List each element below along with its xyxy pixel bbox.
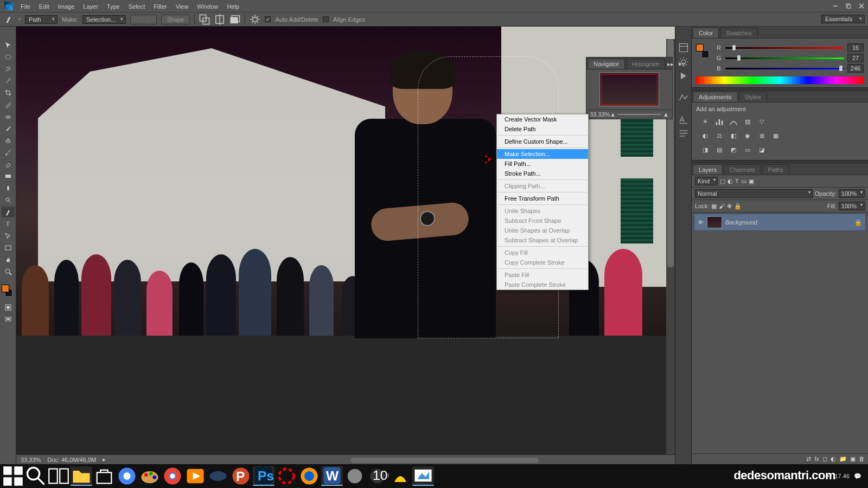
layer-name[interactable]: Background [725,219,851,226]
menu-help[interactable]: Help [222,2,244,11]
r-value[interactable]: 16 [847,43,864,52]
filter-shape-icon[interactable]: ▭ [741,178,746,185]
horizontal-scrollbar[interactable] [136,457,673,464]
tab-channels[interactable]: Channels [724,164,761,175]
color-spectrum[interactable] [696,76,864,84]
panel-dock-collapse-icon[interactable]: ◂◂ [664,28,673,36]
tab-styles[interactable]: Styles [739,92,767,102]
gradient-map-icon[interactable]: ▭ [743,145,752,155]
clone-stamp-tool[interactable] [2,135,15,146]
path-operations-icon[interactable] [199,14,210,25]
blur-tool[interactable] [2,183,15,194]
healing-brush-tool[interactable] [2,111,15,122]
lock-all-icon[interactable]: 🔒 [734,203,742,210]
navigator-thumbnail[interactable] [599,73,659,106]
eraser-tool[interactable] [2,159,15,170]
properties-panel-icon[interactable] [678,93,689,102]
photoshop-taskbar-icon[interactable]: Ps [253,466,275,486]
pen-tool[interactable] [2,207,15,217]
context-menu-item[interactable]: Create Vector Mask [497,114,588,124]
actions-panel-icon[interactable] [678,71,689,81]
context-menu-item[interactable]: Free Transform Path [497,194,588,203]
opacity-dropdown[interactable]: 100% [839,189,865,198]
firefox-taskbar-icon[interactable] [298,466,320,486]
context-menu-item[interactable]: Unite Shapes at Overlap [497,226,588,235]
delete-layer-icon[interactable]: 🗑 [859,455,865,463]
curves-icon[interactable] [729,117,738,126]
context-menu-item[interactable]: Unite Shapes [497,206,588,216]
paint-taskbar-icon[interactable] [139,466,161,486]
auto-add-delete-checkbox[interactable] [265,16,271,22]
maximize-button[interactable] [842,1,855,11]
menu-filter[interactable]: Filter [149,2,171,11]
tab-swatches[interactable]: Swatches [720,28,758,38]
menu-layer[interactable]: Layer [79,2,103,11]
layer-filter-kind[interactable]: Kind [695,177,718,185]
menu-type[interactable]: Type [103,2,124,11]
search-button[interactable] [25,466,47,486]
tab-layers[interactable]: Layers [693,164,723,175]
context-menu-item[interactable]: Define Custom Shape... [497,137,588,146]
context-menu-item[interactable]: Paste Complete Stroke [497,280,588,290]
chrome-taskbar-icon[interactable] [162,466,183,486]
lock-position-icon[interactable]: ✥ [727,203,732,210]
filter-type-icon[interactable]: T [735,178,739,184]
layer-thumbnail[interactable] [707,216,722,228]
screen-mode-tool[interactable] [2,314,15,325]
close-button[interactable] [855,1,868,11]
character-panel-icon[interactable]: A [678,114,689,124]
file-explorer-taskbar-icon[interactable] [71,466,92,486]
tab-color[interactable]: Color [693,28,719,38]
black-white-icon[interactable]: ◧ [729,131,738,140]
app-taskbar-icon-4[interactable]: 100 [367,466,388,486]
layer-row-background[interactable]: 👁 Background 🔒 [694,214,866,231]
posterize-icon[interactable]: ▤ [714,145,724,155]
channel-mixer-icon[interactable]: ⊞ [757,131,767,140]
context-menu-item[interactable]: Copy Fill [497,248,588,258]
new-layer-icon[interactable]: ▣ [850,455,856,463]
zoom-in-icon[interactable]: ▲ [663,111,669,118]
status-doc-size[interactable]: Doc: 46,0M/46,0M [47,457,96,463]
paragraph-panel-icon[interactable] [678,129,689,138]
r-slider[interactable] [725,45,844,50]
tab-paths[interactable]: Paths [762,164,789,175]
chrome-canary-taskbar-icon[interactable] [116,466,138,486]
magic-wand-tool[interactable] [2,75,15,86]
context-menu-item[interactable]: Subtract Shapes at Overlap [497,235,588,245]
menu-image[interactable]: Image [54,2,79,11]
hue-saturation-icon[interactable]: ◐ [700,131,710,140]
photo-filter-icon[interactable]: ◉ [743,131,752,140]
status-arrow-icon[interactable]: ▸ [103,456,106,463]
context-menu-item[interactable]: Stroke Path... [497,169,588,178]
navigator-zoom-value[interactable]: 33.33% [590,111,610,118]
filter-pixel-icon[interactable]: ▢ [720,178,725,185]
history-brush-tool[interactable] [2,147,15,158]
lasso-tool[interactable] [2,63,15,74]
taskbar-clock[interactable]: 17.46 [834,473,850,479]
color-swatches[interactable] [2,285,15,298]
tab-adjustments[interactable]: Adjustments [693,92,738,102]
panel-collapse-icon[interactable]: ▸▸ [665,60,676,69]
eyedropper-tool[interactable] [2,99,15,110]
minimize-button[interactable] [829,1,842,11]
type-tool[interactable]: T [2,219,15,229]
invert-icon[interactable]: ◨ [700,145,710,155]
gradient-tool[interactable] [2,171,15,182]
blend-mode-dropdown[interactable]: Normal [695,189,813,198]
lock-pixels-icon[interactable]: 🖌 [719,203,725,209]
new-fill-adjustment-icon[interactable]: ◐ [831,455,836,463]
app-taskbar-icon-5[interactable] [390,466,411,486]
tab-navigator[interactable]: Navigator [588,59,625,69]
new-group-icon[interactable]: 📁 [839,455,847,463]
menu-select[interactable]: Select [124,2,150,11]
workspace-switcher[interactable]: Essentials [821,15,865,23]
video-player-taskbar-icon[interactable] [184,466,206,486]
brush-tool[interactable] [2,123,15,134]
hand-tool[interactable] [2,254,15,265]
menu-window[interactable]: Window [193,2,222,11]
app-taskbar-icon-1[interactable] [207,466,229,486]
visibility-icon[interactable]: 👁 [698,219,704,226]
app-taskbar-icon-2[interactable] [276,466,297,486]
menu-file[interactable]: File [16,2,35,11]
g-slider[interactable] [725,55,844,61]
